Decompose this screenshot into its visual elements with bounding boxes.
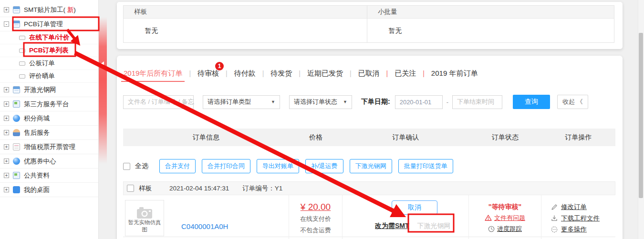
date-start-input[interactable]: 2020-01-01 [395, 95, 443, 109]
column-header-订单状态: 订单状态 [469, 133, 541, 142]
bulk-button-合并打印合同[interactable]: 合并打印合同 [202, 159, 250, 173]
sidebar-item-label: 我的桌面 [24, 186, 50, 194]
collapse-left-icon [101, 61, 104, 66]
collapse-node-icon[interactable]: - [4, 21, 9, 27]
laser-stencil-link[interactable]: 下激光钢网 [417, 222, 451, 230]
new-badge: 新 [65, 6, 73, 13]
status-cell: "等待审核" 文件有问题 进度跟踪 [469, 195, 541, 239]
sidebar-item-售后服务[interactable]: +售后服务 [0, 126, 98, 140]
sidebar-item-PCB订单列表[interactable]: PCB订单列表 [0, 44, 98, 57]
tab-已取消[interactable]: 已取消 [358, 69, 380, 78]
summary-header: 样板 [124, 6, 367, 19]
expand-node-icon[interactable]: + [4, 130, 9, 135]
tab-待审核[interactable]: 待审核1 [197, 69, 219, 78]
order-checkbox[interactable] [127, 185, 134, 192]
confirm-cell: 取消 改为需SMT 下激光钢网 [343, 195, 469, 239]
summary-table: 样板小批量暂无暂无 [123, 5, 614, 43]
sidebar-item-增值税票开票管理[interactable]: +增值税票开票管理 [0, 140, 98, 154]
collapse-filters-button[interactable]: 收起 《 [557, 95, 588, 109]
select-all-checkbox[interactable] [123, 163, 130, 170]
expand-node-icon[interactable]: + [4, 116, 9, 121]
sidebar-item-公板订单[interactable]: 公板订单 [0, 57, 98, 70]
expand-node-icon[interactable]: + [4, 187, 9, 192]
order-group-type: 样板 [139, 184, 152, 193]
tab-separator: | [226, 70, 228, 77]
tab-待付款[interactable]: 待付款 [234, 69, 256, 78]
sidebar-item-label: 评价晒单 [29, 72, 55, 80]
orders-table-header: 订单信息价格订单确认订单状态订单操作 [123, 129, 615, 146]
price-link[interactable]: ¥ 20.00 [289, 201, 342, 213]
date-end-input[interactable]: 下单结束时间 [452, 95, 502, 109]
expand-node-icon[interactable]: + [4, 159, 9, 164]
column-header-订单确认: 订单确认 [343, 133, 469, 142]
expand-node-icon[interactable]: + [4, 7, 9, 12]
tab-2019 年前订单[interactable]: 2019 年前订单 [431, 69, 478, 78]
sidebar-item-label: 第三方服务平台 [24, 100, 69, 109]
bulk-button-补/退运费[interactable]: 补/退运费 [305, 159, 343, 173]
sidebar-item-开激光钢网[interactable]: +开激光钢网 [0, 83, 98, 97]
sidebar-item-label: SMT贴片加工( 新) [24, 6, 76, 14]
screen-icon [13, 172, 20, 179]
sidebar-item-我的桌面[interactable]: +我的桌面 [0, 183, 98, 197]
more-actions-link[interactable]: 更多操作 [561, 224, 587, 235]
order-status-select[interactable]: 请选择订单状态 ▼ [289, 95, 352, 109]
sphere-icon [13, 158, 20, 165]
select-all-label: 全选 [135, 162, 148, 170]
file-issue-link[interactable]: 文件有问题 [494, 212, 525, 223]
keyword-input[interactable]: 文件名 / 订单编号 / 备忘 [123, 95, 194, 109]
date-separator: - [447, 99, 448, 106]
sidebar-item-label: 售后服务 [24, 129, 50, 137]
sidebar-item-PCB订单管理[interactable]: -PCB订单管理 [0, 17, 98, 31]
sidebar-item-公共资料[interactable]: +公共资料 [0, 169, 98, 183]
tab-已关注[interactable]: 已关注 [394, 69, 416, 78]
cancel-order-button[interactable]: 取消 [392, 200, 437, 215]
operations-cell: 修改订单 下载工程文件 更多操作 [541, 195, 615, 239]
product-code-link[interactable]: C0400001A0H [181, 221, 272, 232]
bulk-button-批量打印送货单[interactable]: 批量打印送货单 [398, 159, 453, 173]
expand-node-icon[interactable]: + [4, 144, 9, 149]
order-details: C0400001A0H 双面板 10片 1.6 绿色 有铅喷锡 正常2天(样板)… [181, 200, 272, 239]
column-header-价格: 价格 [289, 133, 343, 142]
sidebar-item-第三方服务平台[interactable]: +第三方服务平台 [0, 97, 98, 111]
calendar-app-icon [13, 20, 20, 28]
expand-node-icon[interactable]: + [4, 101, 9, 107]
status-badge: "等待审核" [469, 201, 541, 212]
order-time: 2021-02-04 15:47:31 [169, 185, 229, 192]
order-status-value: 请选择订单状态 [294, 98, 337, 106]
sidebar-item-label: 积分商城 [24, 114, 50, 123]
sidebar-item-优惠券中心[interactable]: +优惠券中心 [0, 154, 98, 169]
bulk-button-导出对账单[interactable]: 导出对账单 [257, 159, 299, 173]
change-to-smt-link[interactable]: 改为需SMT [375, 222, 409, 230]
filter-bar: 文件名 / 订单编号 / 备忘 请选择订单类型 ▼ 请选择订单状态 ▼ 下单日期… [123, 95, 615, 109]
sidebar-item-评价晒单[interactable]: 评价晒单 [0, 70, 98, 83]
sidebar-item-在线下单/计价[interactable]: 在线下单/计价 [0, 31, 98, 44]
expand-node-icon[interactable]: + [4, 87, 9, 92]
chevron-down-icon: ▼ [343, 100, 347, 104]
bulk-button-合并支付[interactable]: 合并支付 [159, 159, 196, 173]
tab-待发货[interactable]: 待发货 [270, 69, 292, 78]
price-note-online: 在线支付价 [289, 213, 342, 225]
order-type-select[interactable]: 请选择订单类型 ▼ [203, 95, 280, 109]
sidebar-item-积分商城[interactable]: +积分商城 [0, 111, 98, 126]
image-placeholder-label: 暂无实物仿真图 [125, 219, 164, 233]
orders-panel: 2019年后所有订单|待审核1|待付款|待发货|近期已发货|已取消|已关注|20… [117, 56, 623, 239]
tab-2019年后所有订单[interactable]: 2019年后所有订单 [123, 69, 183, 78]
sidebar-item-label: 公板订单 [29, 59, 55, 68]
bulk-button-下激光钢网[interactable]: 下激光钢网 [350, 159, 392, 173]
summary-value: 暂无 [124, 19, 367, 42]
sidebar-item-label: 在线下单/计价 [29, 33, 70, 42]
sidebar-collapse-handle[interactable] [99, 17, 107, 164]
sidebar-item-label: PCB订单管理 [24, 20, 63, 29]
progress-tracking-link[interactable]: 进度跟踪 [497, 223, 522, 234]
tab-近期已发货[interactable]: 近期已发货 [307, 69, 343, 78]
sidebar-item-SMT贴片加工[interactable]: +SMT贴片加工( 新) [0, 3, 98, 17]
vertical-scrollbar[interactable] [638, 0, 644, 239]
expand-node-icon[interactable]: + [4, 173, 9, 178]
modify-order-link[interactable]: 修改订单 [561, 201, 587, 213]
search-button[interactable]: 查询 [513, 95, 550, 109]
bulk-buttons: 合并支付合并打印合同导出对账单补/退运费下激光钢网批量打印送货单 [159, 159, 453, 173]
download-files-link[interactable]: 下载工程文件 [561, 213, 600, 224]
sphere-icon [13, 115, 20, 122]
scrollbar-thumb[interactable] [639, 33, 643, 198]
leaf-input-icon [19, 36, 25, 40]
